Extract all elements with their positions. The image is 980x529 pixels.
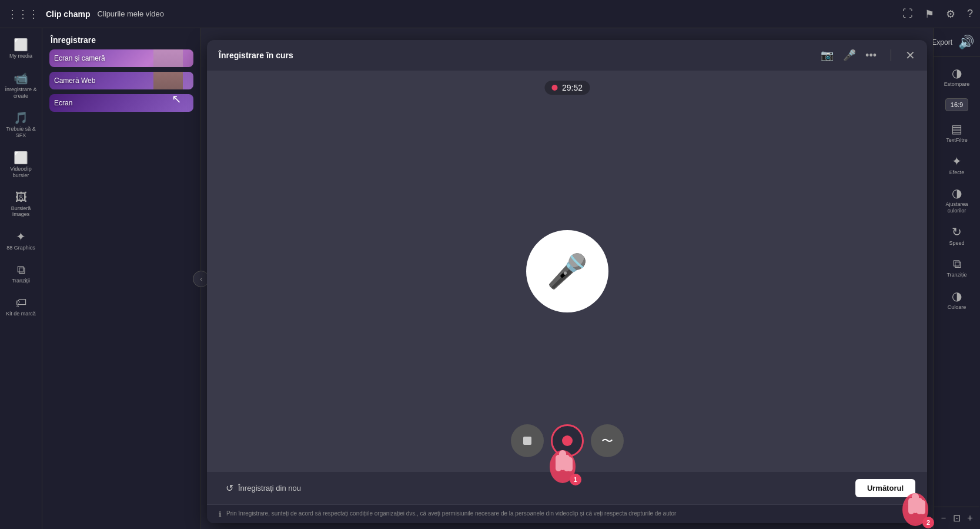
right-panel-item-tranzitie[interactable]: ⧉ Tranziție xyxy=(936,252,978,283)
card-ecran-camera[interactable]: Ecran și cameră xyxy=(49,49,193,67)
modal-footer: ↺ Înregistrați din nou Următorul xyxy=(207,471,927,504)
help-icon[interactable]: ? xyxy=(967,8,973,20)
record-indicator xyxy=(562,435,573,446)
sidebar-item-videoclip[interactable]: ⬜ Videoclip bursier xyxy=(1,146,41,184)
aspect-ratio-button[interactable]: 16:9 xyxy=(945,98,968,111)
wave-button[interactable]: 〜 xyxy=(591,424,624,457)
person-silhouette-2 xyxy=(153,72,183,89)
right-panel-item-speed[interactable]: ↻ Speed xyxy=(936,220,978,251)
sidebar-item-graphics[interactable]: ✦ 88 Graphics xyxy=(1,225,41,256)
sidebar-item-my-media[interactable]: ⬜ My media xyxy=(1,33,41,64)
ajustarea-label: Ajustarea culorilor xyxy=(938,201,976,214)
share-icon[interactable]: ⛶ xyxy=(902,8,913,20)
mic-circle: 🎤 xyxy=(526,230,608,312)
sidebar-item-inregistrare[interactable]: 📹 Înregistrare & create xyxy=(1,66,41,104)
svg-rect-3 xyxy=(556,455,561,471)
estompare-label: Estompare xyxy=(944,81,970,88)
panel-area: Înregistrare Ecran și cameră Cameră Web xyxy=(42,28,201,529)
right-panel-item-ajustarea[interactable]: ◑ Ajustarea culorilor xyxy=(936,181,978,219)
next-button[interactable]: Următorul xyxy=(855,479,915,497)
my-media-icon: ⬜ xyxy=(14,38,28,52)
main-layout: ⬜ My media 📹 Înregistrare & create 🎵 Tre… xyxy=(0,28,980,529)
trebuie-icon: 🎵 xyxy=(14,111,28,125)
grid-icon[interactable]: ⋮⋮⋮ xyxy=(7,8,39,21)
culoare-label: Culoare xyxy=(948,304,966,311)
right-panel-item-aspect[interactable]: 16:9 xyxy=(936,94,978,116)
modal-header: Înregistrare în curs 📷 🎤 ••• ✕ xyxy=(207,40,927,71)
modal-disclaimer: ℹ Prin înregistrare, sunteți de acord să… xyxy=(207,504,927,523)
mic-icon[interactable]: 🎤 xyxy=(843,49,856,62)
disclaimer-text: Prin înregistrare, sunteți de acord să r… xyxy=(226,510,676,518)
sidebar-item-bursiera[interactable]: 🖼 Bursieră Images xyxy=(1,186,41,223)
next-button-wrapper: Următorul 2 xyxy=(855,479,915,497)
speed-label: Speed xyxy=(949,240,964,247)
more-options-icon[interactable]: ••• xyxy=(865,49,877,62)
modal-body: 29:52 🎤 xyxy=(207,71,927,471)
card-ecran-camera-label: Ecran și cameră xyxy=(54,54,105,62)
bursiera-icon: 🖼 xyxy=(15,191,27,204)
modal-close-button[interactable]: ✕ xyxy=(905,48,915,62)
efecte-icon: ✦ xyxy=(952,154,962,168)
nav-label[interactable]: Clipurile mele video xyxy=(97,9,163,18)
right-top-row: Distribuiți ↑ Export 🔊 xyxy=(934,28,980,56)
stop-button[interactable] xyxy=(511,424,544,457)
zoom-out-icon[interactable]: － xyxy=(939,512,948,524)
card-person-1 xyxy=(148,49,189,67)
recording-controls: 1 〜 xyxy=(511,424,624,457)
record-button[interactable] xyxy=(551,424,584,457)
sidebar-item-bursiera-label: Bursieră Images xyxy=(4,205,39,218)
stop-icon xyxy=(521,435,533,447)
re-record-button[interactable]: ↺ Înregistrați din nou xyxy=(219,479,308,497)
modal-title: Înregistrare în curs xyxy=(219,51,821,60)
right-panel-items: ◑ Estompare 16:9 ▤ TextFiltre ✦ Efecte ◑… xyxy=(934,56,980,320)
textfiltre-label: TextFiltre xyxy=(946,137,968,144)
camera-off-icon[interactable]: 📷 xyxy=(821,49,834,62)
cursor-icon: ↖ xyxy=(172,94,182,106)
speed-icon: ↻ xyxy=(952,225,962,239)
card-camera-web-label: Cameră Web xyxy=(54,76,95,85)
tranzitie-icon: ⧉ xyxy=(953,257,961,271)
re-record-icon: ↺ xyxy=(226,483,233,494)
tranzitie-label: Tranziție xyxy=(946,272,966,278)
sidebar-item-tranzitii[interactable]: ⧉ Tranziții xyxy=(1,258,41,289)
right-panel-item-estompare[interactable]: ◑ Estompare xyxy=(936,61,978,92)
modal-header-icons: 📷 🎤 ••• ✕ xyxy=(821,48,915,62)
timer-dot xyxy=(551,85,557,91)
left-sidebar: ⬜ My media 📹 Înregistrare & create 🎵 Tre… xyxy=(0,28,42,529)
sidebar-item-videoclip-label: Videoclip bursier xyxy=(4,166,39,179)
sidebar-item-trebuie-label: Trebuie să & SFX xyxy=(4,126,39,139)
flag-icon[interactable]: ⚑ xyxy=(925,8,934,21)
zoom-in-icon[interactable]: ＋ xyxy=(965,512,975,524)
info-icon: ℹ xyxy=(219,510,222,518)
top-bar: ⋮⋮⋮ Clip champ Clipurile mele video ⛶ ⚑ … xyxy=(0,0,980,28)
audio-icon[interactable]: 🔊 xyxy=(958,35,974,50)
sidebar-item-kit[interactable]: 🏷 Kit de marcă xyxy=(1,291,41,322)
right-panel-item-efecte[interactable]: ✦ Efecte xyxy=(936,149,978,181)
card-ecran-label: Ecran xyxy=(54,99,72,107)
graphics-icon: ✦ xyxy=(16,229,26,244)
modal-divider xyxy=(891,49,891,61)
card-camera-web[interactable]: Cameră Web xyxy=(49,72,193,89)
sidebar-item-tranzitii-label: Tranziții xyxy=(12,278,30,284)
zoom-controls: － ⊡ ＋ xyxy=(934,507,979,529)
record-button-wrapper: 1 xyxy=(551,424,584,457)
estompare-icon: ◑ xyxy=(952,66,962,80)
settings-icon[interactable]: ⚙ xyxy=(946,8,955,21)
right-sidebar-full: Distribuiți ↑ Export 🔊 ◑ Estompare 16:9 … xyxy=(933,28,980,529)
export-label: Export xyxy=(932,38,952,46)
right-panel-item-culoare[interactable]: ◑ Culoare xyxy=(936,284,978,315)
card-person-2 xyxy=(148,72,189,89)
svg-rect-0 xyxy=(523,437,531,445)
card-ecran[interactable]: Ecran ↖ xyxy=(49,94,193,112)
panel-wrapper: Înregistrare Ecran și cameră Cameră Web xyxy=(42,28,201,529)
svg-rect-5 xyxy=(567,457,573,471)
svg-rect-4 xyxy=(564,455,570,471)
person-silhouette-1 xyxy=(153,49,183,67)
zoom-fit-icon[interactable]: ⊡ xyxy=(953,513,961,524)
right-panel-item-textfiltre[interactable]: ▤ TextFiltre xyxy=(936,117,978,148)
recording-cards: Ecran și cameră Cameră Web xyxy=(42,49,200,112)
re-record-label: Înregistrați din nou xyxy=(238,484,301,493)
sidebar-item-trebuie[interactable]: 🎵 Trebuie să & SFX xyxy=(1,106,41,144)
sidebar-item-my-media-label: My media xyxy=(9,53,32,59)
tranzitii-icon: ⧉ xyxy=(17,263,25,277)
